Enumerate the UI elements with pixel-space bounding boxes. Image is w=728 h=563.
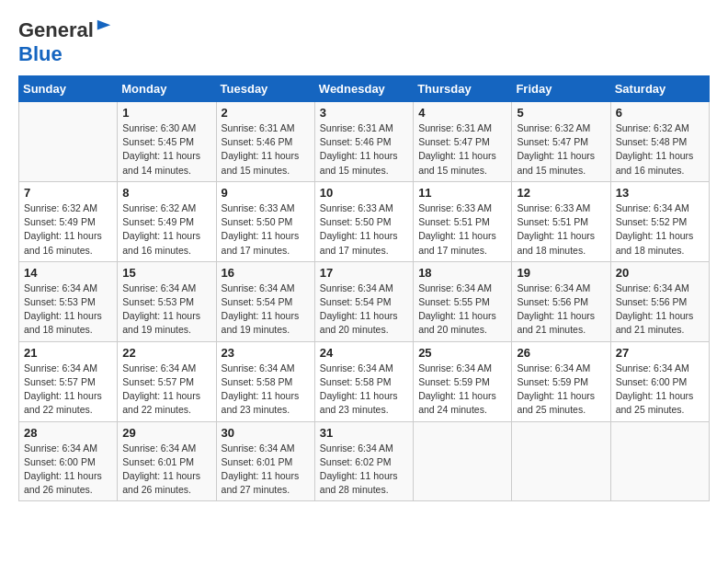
calendar-cell: 18Sunrise: 6:34 AMSunset: 5:55 PMDayligh… [414,261,512,341]
cell-info: Sunrise: 6:34 AMSunset: 5:59 PMDaylight:… [517,362,605,418]
calendar-cell: 21Sunrise: 6:34 AMSunset: 5:57 PMDayligh… [19,341,118,421]
calendar-cell: 25Sunrise: 6:34 AMSunset: 5:59 PMDayligh… [414,341,512,421]
day-number: 14 [24,266,112,280]
cell-info: Sunrise: 6:34 AMSunset: 5:52 PMDaylight:… [616,201,704,258]
cell-info: Sunrise: 6:34 AMSunset: 6:00 PMDaylight:… [24,442,112,498]
logo-blue: Blue [18,42,63,65]
day-number: 16 [222,266,310,280]
calendar-cell: 4Sunrise: 6:31 AMSunset: 5:47 PMDaylight… [414,102,512,182]
calendar-cell: 13Sunrise: 6:34 AMSunset: 5:52 PMDayligh… [610,181,709,261]
day-number: 29 [122,426,210,440]
day-number: 6 [616,106,704,120]
calendar-week-row: 1Sunrise: 6:30 AMSunset: 5:45 PMDaylight… [19,102,710,182]
calendar-cell [19,102,118,182]
day-number: 25 [418,346,506,360]
calendar-cell: 27Sunrise: 6:34 AMSunset: 6:00 PMDayligh… [610,341,709,421]
cell-info: Sunrise: 6:31 AMSunset: 5:46 PMDaylight:… [222,121,310,178]
day-number: 23 [222,346,310,360]
calendar-cell: 29Sunrise: 6:34 AMSunset: 6:01 PMDayligh… [118,421,216,501]
day-number: 9 [222,186,310,200]
weekday-header-wednesday: Wednesday [314,76,413,102]
calendar-cell: 31Sunrise: 6:34 AMSunset: 6:02 PMDayligh… [314,421,413,501]
cell-info: Sunrise: 6:32 AMSunset: 5:49 PMDaylight:… [24,201,112,258]
calendar-cell: 12Sunrise: 6:33 AMSunset: 5:51 PMDayligh… [512,181,610,261]
day-number: 28 [24,426,112,440]
calendar-week-row: 7Sunrise: 6:32 AMSunset: 5:49 PMDaylight… [19,181,710,261]
calendar-cell: 6Sunrise: 6:32 AMSunset: 5:48 PMDaylight… [610,102,709,182]
day-number: 11 [418,186,506,200]
calendar-cell: 15Sunrise: 6:34 AMSunset: 5:53 PMDayligh… [118,261,216,341]
calendar-cell: 11Sunrise: 6:33 AMSunset: 5:51 PMDayligh… [414,181,512,261]
day-number: 19 [517,266,605,280]
calendar-cell: 22Sunrise: 6:34 AMSunset: 5:57 PMDayligh… [118,341,216,421]
calendar-week-row: 21Sunrise: 6:34 AMSunset: 5:57 PMDayligh… [19,341,710,421]
day-number: 21 [24,346,112,360]
cell-info: Sunrise: 6:31 AMSunset: 5:47 PMDaylight:… [418,121,506,178]
weekday-header-monday: Monday [118,76,216,102]
calendar-cell: 8Sunrise: 6:32 AMSunset: 5:49 PMDaylight… [118,181,216,261]
day-number: 17 [320,266,408,280]
calendar-cell: 5Sunrise: 6:32 AMSunset: 5:47 PMDaylight… [512,102,610,182]
logo-general: General [18,18,94,42]
calendar-cell [414,421,512,501]
calendar-cell: 10Sunrise: 6:33 AMSunset: 5:50 PMDayligh… [314,181,413,261]
weekday-header-friday: Friday [512,76,610,102]
cell-info: Sunrise: 6:34 AMSunset: 5:57 PMDaylight:… [122,362,210,418]
day-number: 2 [222,106,310,120]
calendar-cell: 30Sunrise: 6:34 AMSunset: 6:01 PMDayligh… [216,421,314,501]
calendar-cell: 28Sunrise: 6:34 AMSunset: 6:00 PMDayligh… [19,421,118,501]
calendar-week-row: 28Sunrise: 6:34 AMSunset: 6:00 PMDayligh… [19,421,710,501]
cell-info: Sunrise: 6:31 AMSunset: 5:46 PMDaylight:… [320,121,408,178]
cell-info: Sunrise: 6:34 AMSunset: 5:58 PMDaylight:… [320,362,408,418]
cell-info: Sunrise: 6:34 AMSunset: 6:02 PMDaylight:… [320,442,408,498]
day-number: 20 [616,266,704,280]
cell-info: Sunrise: 6:34 AMSunset: 5:54 PMDaylight:… [222,282,310,338]
calendar-cell: 3Sunrise: 6:31 AMSunset: 5:46 PMDaylight… [314,102,413,182]
cell-info: Sunrise: 6:33 AMSunset: 5:50 PMDaylight:… [222,201,310,258]
calendar-cell: 2Sunrise: 6:31 AMSunset: 5:46 PMDaylight… [216,102,314,182]
cell-info: Sunrise: 6:34 AMSunset: 5:55 PMDaylight:… [418,282,506,338]
weekday-header-tuesday: Tuesday [216,76,314,102]
weekday-header-sunday: Sunday [19,76,118,102]
cell-info: Sunrise: 6:33 AMSunset: 5:50 PMDaylight:… [320,201,408,258]
day-number: 3 [320,106,408,120]
day-number: 15 [122,266,210,280]
calendar-table: SundayMondayTuesdayWednesdayThursdayFrid… [18,75,710,501]
cell-info: Sunrise: 6:32 AMSunset: 5:47 PMDaylight:… [517,121,605,178]
calendar-cell: 19Sunrise: 6:34 AMSunset: 5:56 PMDayligh… [512,261,610,341]
cell-info: Sunrise: 6:30 AMSunset: 5:45 PMDaylight:… [122,121,210,178]
day-number: 22 [122,346,210,360]
day-number: 4 [418,106,506,120]
day-number: 18 [418,266,506,280]
cell-info: Sunrise: 6:34 AMSunset: 5:58 PMDaylight:… [222,362,310,418]
day-number: 10 [320,186,408,200]
logo: General Blue [18,18,112,66]
calendar-cell: 26Sunrise: 6:34 AMSunset: 5:59 PMDayligh… [512,341,610,421]
calendar-cell: 14Sunrise: 6:34 AMSunset: 5:53 PMDayligh… [19,261,118,341]
cell-info: Sunrise: 6:34 AMSunset: 5:53 PMDaylight:… [122,282,210,338]
cell-info: Sunrise: 6:34 AMSunset: 5:56 PMDaylight:… [517,282,605,338]
calendar-week-row: 14Sunrise: 6:34 AMSunset: 5:53 PMDayligh… [19,261,710,341]
calendar-cell: 1Sunrise: 6:30 AMSunset: 5:45 PMDaylight… [118,102,216,182]
day-number: 7 [24,186,112,200]
calendar-cell: 20Sunrise: 6:34 AMSunset: 5:56 PMDayligh… [610,261,709,341]
cell-info: Sunrise: 6:34 AMSunset: 5:53 PMDaylight:… [24,282,112,338]
cell-info: Sunrise: 6:32 AMSunset: 5:49 PMDaylight:… [122,201,210,258]
day-number: 30 [222,426,310,440]
cell-info: Sunrise: 6:33 AMSunset: 5:51 PMDaylight:… [418,201,506,258]
day-number: 5 [517,106,605,120]
day-number: 13 [616,186,704,200]
day-number: 27 [616,346,704,360]
day-number: 24 [320,346,408,360]
cell-info: Sunrise: 6:32 AMSunset: 5:48 PMDaylight:… [616,121,704,178]
day-number: 31 [320,426,408,440]
cell-info: Sunrise: 6:34 AMSunset: 5:56 PMDaylight:… [616,282,704,338]
weekday-header-thursday: Thursday [414,76,512,102]
cell-info: Sunrise: 6:34 AMSunset: 6:00 PMDaylight:… [616,362,704,418]
svg-marker-0 [97,20,110,30]
cell-info: Sunrise: 6:33 AMSunset: 5:51 PMDaylight:… [517,201,605,258]
page-header: General Blue [18,18,710,66]
calendar-cell [610,421,709,501]
calendar-cell: 17Sunrise: 6:34 AMSunset: 5:54 PMDayligh… [314,261,413,341]
day-number: 12 [517,186,605,200]
